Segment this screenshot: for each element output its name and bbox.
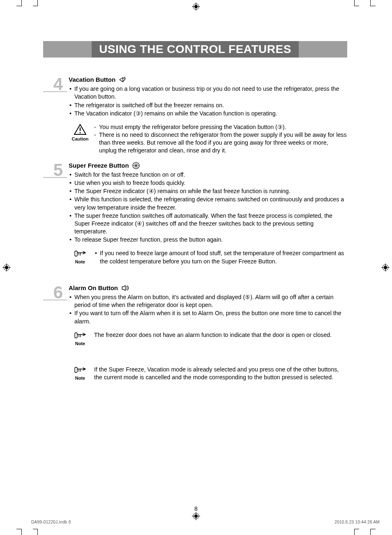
section-6-bullets: When you press the Alarm on button, it's… (69, 293, 347, 325)
footer-filename: DA99-01220J.indb 8 (31, 520, 71, 524)
crop-mark (37, 0, 38, 6)
snowflake-icon (132, 162, 140, 169)
crop-mark (370, 0, 371, 6)
note-block: Note If the Super Freeze, Vacation mode … (69, 366, 347, 381)
crop-mark (16, 529, 21, 529)
print-footer: DA99-01220J.indb 8 2010.6.23 10:44:26 AM (31, 520, 380, 524)
vacation-icon (119, 76, 127, 83)
crop-mark (371, 6, 376, 6)
note-label: Note (69, 376, 92, 380)
section-number: 5 (43, 161, 65, 179)
note-hand-icon (73, 366, 87, 375)
page-number: 8 (194, 505, 198, 512)
bullet-item: While this function is selected, the ref… (69, 196, 347, 211)
section-6: 6 Alarm On Button When you press the Ala… (43, 284, 347, 384)
note-block: Note If you need to freeze large amount … (69, 249, 347, 265)
svg-point-17 (79, 132, 81, 133)
bullet-item: When you press the Alarm on button, it's… (69, 293, 347, 309)
crop-mark (16, 6, 21, 6)
bullet-item: Switch for the fast freeze function on o… (69, 171, 347, 179)
section-5: 5 Super Freeze Button Switch for the fas… (43, 161, 347, 268)
bullet-item: The super freeze function switches off a… (69, 212, 347, 236)
speaker-icon (121, 285, 129, 291)
bullet-item: If you are going on a long vacation or b… (69, 85, 347, 101)
section-number: 4 (43, 76, 65, 93)
caution-block: Caution You must empty the refrigerator … (69, 123, 347, 155)
registration-mark-icon (192, 2, 200, 11)
section-heading: Alarm On Button (69, 284, 118, 292)
caution-icon (73, 123, 87, 136)
crop-mark (354, 0, 355, 6)
note-hand-icon (73, 331, 87, 340)
footer-timestamp: 2010.6.23 10:44:26 AM (334, 520, 380, 524)
registration-mark-icon (2, 263, 11, 272)
registration-mark-icon (381, 263, 390, 272)
section-number: 6 (43, 284, 65, 301)
title-bar: USING THE CONTROL FEATURES (43, 41, 347, 58)
caution-item: You must empty the refrigerator before p… (94, 123, 347, 131)
section-4-bullets: If you are going on a long vacation or b… (69, 85, 347, 118)
note-hand-icon (73, 249, 87, 258)
note-block: Note The freezer door does not have an a… (69, 331, 347, 346)
bullet-item: To release Super freezer function, press… (69, 236, 347, 244)
crop-mark (354, 6, 359, 6)
section-heading: Super Freeze Button (69, 161, 129, 170)
crop-mark (371, 529, 376, 529)
note-text: The freezer door does not have an alarm … (92, 331, 347, 339)
page-content: USING THE CONTROL FEATURES 4 Vacation Bu… (43, 41, 347, 388)
crop-mark (354, 529, 355, 535)
crop-mark (37, 529, 38, 535)
crop-mark (354, 529, 359, 529)
bullet-item: If you want to turn off the Alarm when i… (69, 309, 347, 325)
page-title: USING THE CONTROL FEATURES (92, 41, 299, 58)
section-heading: Vacation Button (69, 76, 115, 84)
crop-mark (370, 529, 371, 535)
section-4: 4 Vacation Button If you are going on a … (43, 76, 347, 157)
note-label: Note (69, 259, 92, 264)
bullet-item: The Vacation indicator (③) remains on wh… (69, 110, 347, 118)
bullet-item: Use when you wish to freeze foods quickl… (69, 179, 347, 187)
note-text: If the Super Freeze, Vacation mode is al… (92, 366, 347, 381)
caution-label: Caution (69, 136, 92, 141)
note-text: If you need to freeze large amount of fo… (95, 249, 347, 265)
crop-mark (21, 0, 22, 6)
registration-mark-icon (192, 512, 200, 520)
bullet-item: The refrigerator is switched off but the… (69, 101, 347, 109)
note-label: Note (69, 341, 92, 346)
bullet-item: The Super Freeze indicator (④) remains o… (69, 187, 347, 195)
crop-mark (21, 529, 22, 535)
section-5-bullets: Switch for the fast freeze function on o… (69, 171, 347, 244)
caution-item: There is no need to disconnect the refri… (94, 131, 347, 155)
